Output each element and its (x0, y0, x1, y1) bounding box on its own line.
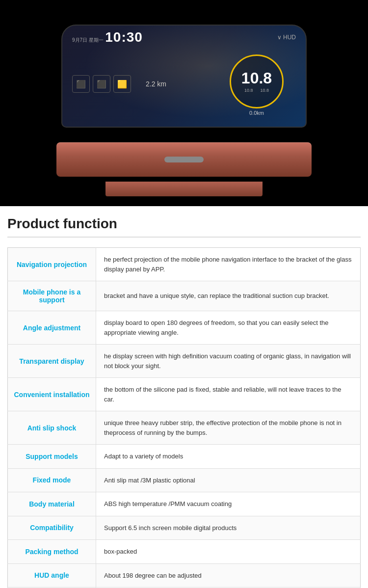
table-row: HUD angleAbout 198 degree can be adjuste… (8, 563, 361, 588)
hero-section: 9月7日 星期一 10:30 ∨ HUD ⬛ ⬛ 🟨 2.2 km 10.8 (0, 0, 368, 206)
spec-label: Fixed mode (8, 468, 96, 492)
product-title: Product function (7, 216, 361, 238)
speed-max: 10.8 (260, 88, 269, 93)
table-row: Navigation projectionhe perfect projecti… (8, 248, 361, 281)
table-row: Angle adjustmentdisplay board to open 18… (8, 311, 361, 345)
table-row: Packing methodbox-packed (8, 540, 361, 564)
spec-value: ABS high temperature /PMM vacuum coating (96, 492, 361, 516)
hud-datetime: 9月7日 星期一 10:30 (72, 29, 143, 45)
spec-label: Anti slip shock (8, 411, 96, 445)
hud-top-bar: 9月7日 星期一 10:30 ∨ HUD (62, 26, 306, 47)
spec-value: Support 6.5 inch screen mobile digital p… (96, 516, 361, 540)
spec-value: Adapt to a variety of models (96, 445, 361, 469)
speed-bottom: 0.0km (249, 110, 264, 116)
speed-sub: 10.8 10.8 (244, 88, 269, 93)
spec-value: About 198 degree can be adjusted (96, 563, 361, 588)
table-row: Convenient installationthe bottom of the… (8, 378, 361, 411)
spec-label: Convenient installation (8, 378, 96, 411)
hud-distance-left: 2.2 km (141, 80, 166, 88)
spec-value: display board to open 180 degrees of fre… (96, 311, 361, 345)
speed-min: 10.8 (244, 88, 253, 93)
spec-value: unique three heavy rubber strip, the eff… (96, 411, 361, 445)
hud-device: 9月7日 星期一 10:30 ∨ HUD ⬛ ⬛ 🟨 2.2 km 10.8 (47, 25, 321, 182)
spec-label: Compatibility (8, 516, 96, 540)
nav-icon-box: ⬛ (93, 75, 110, 93)
hud-date: 9月7日 (72, 37, 87, 43)
hud-time: 10:30 (105, 29, 143, 45)
hud-icons: ⬛ ⬛ 🟨 (72, 75, 131, 93)
spec-value: Anti slip mat /3M plastic optional (96, 468, 361, 492)
speed-circle: 10.8 10.8 10.8 (230, 54, 284, 108)
spec-label: Support models (8, 445, 96, 469)
spec-label: Mobile phone is a support (8, 281, 96, 311)
product-section: Product function Navigation projectionhe… (0, 206, 368, 588)
spec-label: Navigation projection (8, 248, 96, 281)
spec-label: HUD angle (8, 563, 96, 588)
hud-content-area: ⬛ ⬛ 🟨 2.2 km 10.8 10.8 10.8 0.0km (62, 47, 306, 121)
spec-label: Body material (8, 492, 96, 516)
hud-screen: 9月7日 星期一 10:30 ∨ HUD ⬛ ⬛ 🟨 2.2 km 10.8 (61, 25, 307, 128)
table-row: CompatibilitySupport 6.5 inch screen mob… (8, 516, 361, 540)
spec-value: bracket and have a unique style, can rep… (96, 281, 361, 311)
spec-label: Angle adjustment (8, 311, 96, 345)
spec-value: box-packed (96, 540, 361, 564)
spec-value: the bottom of the silicone pad is fixed,… (96, 378, 361, 411)
table-row: Body materialABS high temperature /PMM v… (8, 492, 361, 516)
table-row: Support modelsAdapt to a variety of mode… (8, 445, 361, 469)
hud-label: ∨ HUD (277, 34, 296, 41)
speedometer: 10.8 10.8 10.8 0.0km (217, 50, 296, 118)
table-row: Fixed modeAnti slip mat /3M plastic opti… (8, 468, 361, 492)
spec-value: he display screen with high definition v… (96, 345, 361, 378)
spec-label: Transparent display (8, 345, 96, 378)
hud-day: 星期一 (89, 37, 104, 43)
table-row: Anti slip shockunique three heavy rubber… (8, 411, 361, 445)
spec-table: Navigation projectionhe perfect projecti… (7, 247, 361, 588)
spec-label: Packing method (8, 540, 96, 564)
signal-icon-box: 🟨 (113, 75, 131, 93)
device-body (56, 142, 312, 177)
camera-icon-box: ⬛ (72, 75, 90, 93)
speed-value: 10.8 (241, 70, 272, 86)
spec-value: he perfect projection of the mobile phon… (96, 248, 361, 281)
device-stand (105, 182, 263, 196)
table-row: Mobile phone is a supportbracket and hav… (8, 281, 361, 311)
table-row: Transparent displayhe display screen wit… (8, 345, 361, 378)
